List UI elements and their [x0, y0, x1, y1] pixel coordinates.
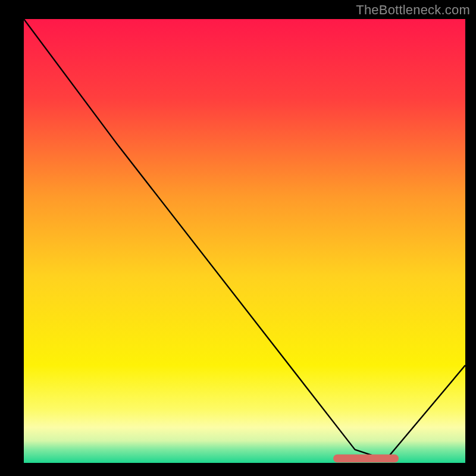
chart-background [24, 19, 465, 463]
chart-svg [24, 19, 465, 463]
attribution-label: TheBottleneck.com [356, 2, 470, 18]
plot-area [24, 19, 465, 463]
chart-frame: TheBottleneck.com [0, 0, 476, 476]
